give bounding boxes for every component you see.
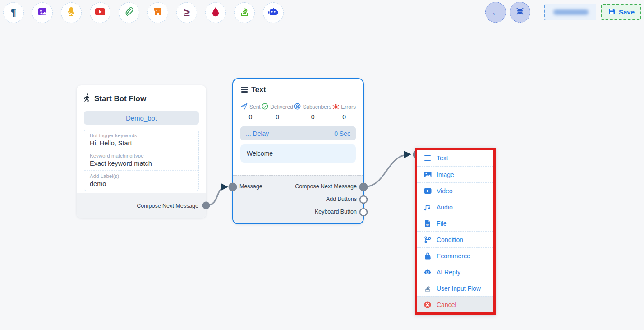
- toolbar-youtube-button[interactable]: [90, 2, 110, 23]
- subscriber-icon: [294, 103, 301, 111]
- toolbar-drop-button[interactable]: [205, 2, 226, 23]
- robot-icon: [423, 269, 432, 275]
- obscured-action-button[interactable]: [544, 4, 596, 20]
- arrow-left-icon: ←: [491, 7, 500, 18]
- start-node-title: Start Bot Flow: [94, 94, 146, 103]
- greater-equal-icon: ≥: [184, 7, 189, 18]
- menu-item-label: AI Reply: [437, 269, 460, 276]
- toolbar-store-button[interactable]: [147, 2, 168, 23]
- message-text: Welcome: [247, 150, 273, 157]
- image-icon: [37, 7, 47, 19]
- bot-name-field[interactable]: Demo_bot: [84, 111, 199, 125]
- menu-item-file[interactable]: PDF File: [417, 215, 493, 231]
- field-bot-trigger-keywords[interactable]: Bot trigger keywords Hi, Hello, Start: [84, 130, 198, 150]
- start-bot-flow-node[interactable]: Start Bot Flow Demo_bot Bot trigger keyw…: [77, 85, 206, 218]
- svg-text:PDF: PDF: [426, 224, 429, 226]
- menu-item-label: Ecommerce: [437, 252, 470, 260]
- toolbar-paragraph-button[interactable]: ¶: [3, 2, 24, 23]
- stat-label: Subscribers: [303, 104, 331, 110]
- image-icon: [423, 171, 432, 178]
- text-icon: [241, 87, 248, 93]
- start-node-footer: Compose Next Message: [77, 193, 206, 218]
- field-label: Keyword matching type: [90, 153, 193, 158]
- message-input-port-label: Message: [239, 183, 262, 190]
- condition-icon: [423, 236, 432, 243]
- field-label: Add Label(s): [90, 173, 193, 179]
- menu-item-ai-reply[interactable]: AI Reply: [417, 264, 493, 280]
- text-node-title: Text: [251, 85, 266, 94]
- start-node-header: Start Bot Flow: [77, 85, 206, 108]
- stat-subscribers: Subscribers 0: [294, 103, 331, 121]
- paragraph-icon: ¶: [11, 8, 16, 18]
- menu-item-video[interactable]: Video: [417, 182, 493, 199]
- delay-label: ... Delay: [246, 130, 269, 137]
- field-keyword-matching-type[interactable]: Keyword matching type Exact keyword matc…: [84, 150, 198, 170]
- delay-setting[interactable]: ... Delay 0 Sec: [240, 126, 356, 140]
- menu-item-audio[interactable]: Audio: [417, 199, 493, 215]
- stack-icon: [239, 7, 249, 19]
- save-label: Save: [619, 8, 635, 16]
- menu-item-user-input-flow[interactable]: User Input Flow: [417, 280, 493, 296]
- send-icon: [240, 103, 248, 111]
- robot-icon: [268, 7, 279, 19]
- edge-text-to-menu: [363, 154, 409, 187]
- check-circle-icon: [262, 103, 268, 111]
- paperclip-icon: [124, 7, 134, 19]
- bug-icon: [332, 103, 339, 111]
- text-node-stats: Sent 0 Delivered 0 Subscribers 0 Errors …: [233, 96, 363, 121]
- add-buttons-port-label: Add Buttons: [326, 196, 357, 202]
- toolbar-stack-button[interactable]: [234, 2, 255, 23]
- compose-next-message-port-label: Compose Next Message: [137, 203, 198, 209]
- menu-item-image[interactable]: Image: [417, 166, 493, 182]
- menu-item-label: Cancel: [437, 301, 456, 308]
- field-label: Bot trigger keywords: [90, 133, 193, 138]
- toolbar-microphone-button[interactable]: [61, 2, 82, 23]
- field-value: demo: [90, 180, 193, 187]
- message-content[interactable]: Welcome: [240, 144, 356, 163]
- blurred-label: [553, 9, 589, 15]
- edge-start-to-text: [206, 187, 226, 205]
- stat-label: Errors: [341, 104, 356, 110]
- menu-item-condition[interactable]: Condition: [417, 231, 493, 247]
- store-icon: [153, 7, 163, 19]
- toolbar-robot-button[interactable]: [263, 2, 284, 23]
- compress-icon: [515, 7, 524, 18]
- text-icon: [423, 155, 432, 161]
- menu-item-label: Text: [437, 154, 448, 162]
- save-button[interactable]: Save: [601, 4, 641, 20]
- fit-view-button[interactable]: [510, 2, 530, 23]
- menu-item-label: Image: [437, 171, 454, 178]
- stat-value: 0: [311, 113, 315, 121]
- save-icon: [608, 8, 616, 17]
- menu-item-label: File: [437, 220, 447, 227]
- field-value: Exact keyword match: [90, 160, 193, 167]
- drop-icon: [211, 7, 220, 19]
- toolbar-greater-equal-button[interactable]: ≥: [176, 2, 197, 23]
- stat-label: Sent: [249, 104, 261, 110]
- toolbar-attachment-button[interactable]: [119, 2, 139, 23]
- stat-label: Delivered: [270, 104, 293, 110]
- menu-item-ecommerce[interactable]: Ecommerce: [417, 247, 493, 264]
- bot-name-value: Demo_bot: [126, 114, 157, 122]
- text-node[interactable]: Text Sent 0 Delivered 0 Subscribers 0: [232, 78, 364, 224]
- walking-person-icon: [84, 93, 91, 104]
- menu-item-label: User Input Flow: [437, 285, 481, 292]
- stat-value: 0: [276, 113, 279, 121]
- menu-item-label: Video: [437, 187, 453, 195]
- menu-item-label: Audio: [437, 204, 453, 211]
- stat-value: 0: [342, 113, 346, 121]
- toolbar-image-button[interactable]: [32, 2, 53, 23]
- text-node-header: Text: [233, 79, 363, 96]
- back-button[interactable]: ←: [485, 2, 506, 23]
- menu-item-cancel[interactable]: Cancel: [417, 296, 493, 312]
- text-node-footer: Message Compose Next Message Add Buttons…: [233, 175, 363, 223]
- stat-value: 0: [248, 113, 252, 121]
- delay-value: 0 Sec: [334, 130, 350, 137]
- field-add-labels[interactable]: Add Label(s) demo: [84, 170, 198, 191]
- stat-delivered: Delivered 0: [262, 103, 293, 121]
- field-value: Hi, Hello, Start: [90, 139, 193, 147]
- file-icon: PDF: [423, 220, 432, 227]
- menu-item-text[interactable]: Text: [417, 150, 493, 166]
- stat-errors: Errors 0: [332, 103, 356, 121]
- user-input-flow-icon: [423, 285, 432, 292]
